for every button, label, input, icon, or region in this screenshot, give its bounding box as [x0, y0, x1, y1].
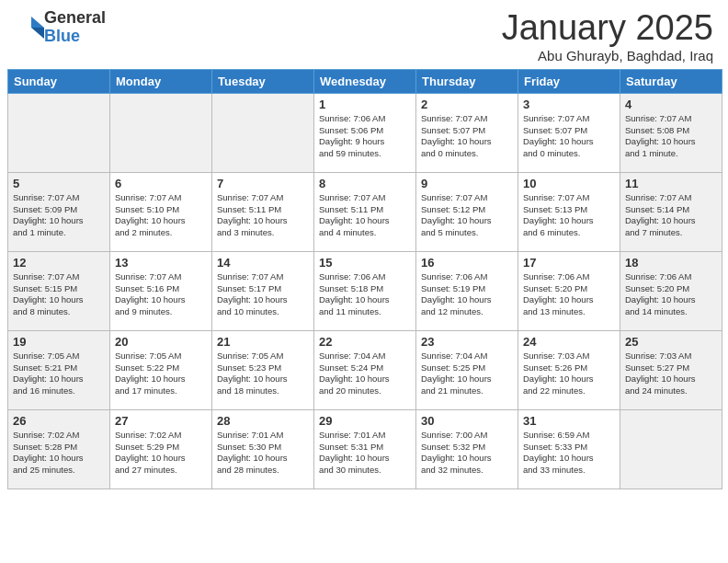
day-number: 17 [523, 256, 615, 270]
day-info: Sunrise: 7:01 AM Sunset: 5:30 PM Dayligh… [217, 430, 309, 477]
day-info: Sunrise: 7:07 AM Sunset: 5:16 PM Dayligh… [115, 271, 207, 318]
day-info: Sunrise: 7:07 AM Sunset: 5:13 PM Dayligh… [523, 192, 615, 239]
page-container: General Blue January 2025 Abu Ghurayb, B… [0, 0, 728, 499]
day-cell: 4Sunrise: 7:07 AM Sunset: 5:08 PM Daylig… [620, 93, 722, 172]
day-info: Sunrise: 6:59 AM Sunset: 5:33 PM Dayligh… [523, 430, 615, 477]
day-cell: 22Sunrise: 7:04 AM Sunset: 5:24 PM Dayli… [314, 330, 416, 409]
day-info: Sunrise: 7:04 AM Sunset: 5:24 PM Dayligh… [319, 350, 411, 397]
logo-blue: Blue [44, 28, 106, 46]
week-row-4: 26Sunrise: 7:02 AM Sunset: 5:28 PM Dayli… [8, 409, 722, 488]
location: Abu Ghurayb, Baghdad, Iraq [502, 48, 713, 63]
day-cell: 8Sunrise: 7:07 AM Sunset: 5:11 PM Daylig… [314, 172, 416, 251]
day-number: 2 [421, 98, 513, 111]
day-cell [110, 93, 212, 172]
header-row: Sunday Monday Tuesday Wednesday Thursday… [8, 69, 722, 93]
day-number: 1 [319, 98, 411, 111]
day-cell: 23Sunrise: 7:04 AM Sunset: 5:25 PM Dayli… [416, 330, 518, 409]
day-number: 22 [319, 335, 411, 349]
day-cell: 9Sunrise: 7:07 AM Sunset: 5:12 PM Daylig… [416, 172, 518, 251]
day-info: Sunrise: 7:05 AM Sunset: 5:22 PM Dayligh… [115, 350, 207, 397]
day-number: 12 [13, 256, 105, 270]
day-cell: 24Sunrise: 7:03 AM Sunset: 5:26 PM Dayli… [518, 330, 620, 409]
title-section: January 2025 Abu Ghurayb, Baghdad, Iraq [502, 9, 713, 63]
day-cell [212, 93, 314, 172]
day-number: 9 [421, 177, 513, 190]
header-thursday: Thursday [416, 69, 518, 93]
header-sunday: Sunday [8, 69, 110, 93]
day-number: 19 [13, 335, 105, 349]
day-cell: 5Sunrise: 7:07 AM Sunset: 5:09 PM Daylig… [8, 172, 110, 251]
day-cell: 12Sunrise: 7:07 AM Sunset: 5:15 PM Dayli… [8, 251, 110, 330]
logo: General Blue [15, 9, 106, 46]
day-cell: 21Sunrise: 7:05 AM Sunset: 5:23 PM Dayli… [212, 330, 314, 409]
day-number: 18 [625, 256, 717, 270]
day-number: 10 [523, 177, 615, 190]
day-info: Sunrise: 7:06 AM Sunset: 5:18 PM Dayligh… [319, 271, 411, 318]
logo-text: General Blue [44, 9, 106, 46]
month-title: January 2025 [502, 9, 713, 48]
day-cell: 3Sunrise: 7:07 AM Sunset: 5:07 PM Daylig… [518, 93, 620, 172]
day-number: 5 [13, 177, 105, 190]
day-info: Sunrise: 7:06 AM Sunset: 5:20 PM Dayligh… [625, 271, 717, 318]
day-cell: 19Sunrise: 7:05 AM Sunset: 5:21 PM Dayli… [8, 330, 110, 409]
day-info: Sunrise: 7:04 AM Sunset: 5:25 PM Dayligh… [421, 350, 513, 397]
day-info: Sunrise: 7:07 AM Sunset: 5:12 PM Dayligh… [421, 192, 513, 239]
day-cell: 2Sunrise: 7:07 AM Sunset: 5:07 PM Daylig… [416, 93, 518, 172]
day-number: 28 [217, 414, 309, 428]
day-cell: 27Sunrise: 7:02 AM Sunset: 5:29 PM Dayli… [110, 409, 212, 488]
svg-marker-0 [31, 17, 44, 28]
day-cell: 7Sunrise: 7:07 AM Sunset: 5:11 PM Daylig… [212, 172, 314, 251]
day-info: Sunrise: 7:07 AM Sunset: 5:11 PM Dayligh… [319, 192, 411, 239]
header: General Blue January 2025 Abu Ghurayb, B… [0, 0, 728, 69]
day-info: Sunrise: 7:07 AM Sunset: 5:15 PM Dayligh… [13, 271, 105, 318]
day-info: Sunrise: 7:01 AM Sunset: 5:31 PM Dayligh… [319, 430, 411, 477]
day-cell: 16Sunrise: 7:06 AM Sunset: 5:19 PM Dayli… [416, 251, 518, 330]
day-info: Sunrise: 7:07 AM Sunset: 5:07 PM Dayligh… [421, 113, 513, 160]
day-cell: 13Sunrise: 7:07 AM Sunset: 5:16 PM Dayli… [110, 251, 212, 330]
day-cell: 31Sunrise: 6:59 AM Sunset: 5:33 PM Dayli… [518, 409, 620, 488]
day-number: 27 [115, 414, 207, 428]
header-monday: Monday [110, 69, 212, 93]
day-number: 30 [421, 414, 513, 428]
header-wednesday: Wednesday [314, 69, 416, 93]
header-friday: Friday [518, 69, 620, 93]
day-info: Sunrise: 7:07 AM Sunset: 5:14 PM Dayligh… [625, 192, 717, 239]
day-info: Sunrise: 7:07 AM Sunset: 5:08 PM Dayligh… [625, 113, 717, 160]
day-number: 3 [523, 98, 615, 111]
calendar-table: Sunday Monday Tuesday Wednesday Thursday… [7, 69, 722, 489]
day-cell: 6Sunrise: 7:07 AM Sunset: 5:10 PM Daylig… [110, 172, 212, 251]
day-number: 4 [625, 98, 717, 111]
header-tuesday: Tuesday [212, 69, 314, 93]
day-info: Sunrise: 7:07 AM Sunset: 5:10 PM Dayligh… [115, 192, 207, 239]
day-cell: 30Sunrise: 7:00 AM Sunset: 5:32 PM Dayli… [416, 409, 518, 488]
day-number: 13 [115, 256, 207, 270]
day-info: Sunrise: 7:06 AM Sunset: 5:19 PM Dayligh… [421, 271, 513, 318]
day-cell [8, 93, 110, 172]
week-row-2: 12Sunrise: 7:07 AM Sunset: 5:15 PM Dayli… [8, 251, 722, 330]
week-row-0: 1Sunrise: 7:06 AM Sunset: 5:06 PM Daylig… [8, 93, 722, 172]
day-info: Sunrise: 7:07 AM Sunset: 5:07 PM Dayligh… [523, 113, 615, 160]
day-info: Sunrise: 7:02 AM Sunset: 5:28 PM Dayligh… [13, 430, 105, 477]
day-number: 14 [217, 256, 309, 270]
week-row-1: 5Sunrise: 7:07 AM Sunset: 5:09 PM Daylig… [8, 172, 722, 251]
day-cell: 28Sunrise: 7:01 AM Sunset: 5:30 PM Dayli… [212, 409, 314, 488]
day-number: 16 [421, 256, 513, 270]
day-cell: 11Sunrise: 7:07 AM Sunset: 5:14 PM Dayli… [620, 172, 722, 251]
day-cell: 14Sunrise: 7:07 AM Sunset: 5:17 PM Dayli… [212, 251, 314, 330]
day-info: Sunrise: 7:03 AM Sunset: 5:26 PM Dayligh… [523, 350, 615, 397]
day-info: Sunrise: 7:02 AM Sunset: 5:29 PM Dayligh… [115, 430, 207, 477]
day-number: 31 [523, 414, 615, 428]
day-number: 25 [625, 335, 717, 349]
day-info: Sunrise: 7:07 AM Sunset: 5:09 PM Dayligh… [13, 192, 105, 239]
header-saturday: Saturday [620, 69, 722, 93]
day-info: Sunrise: 7:07 AM Sunset: 5:11 PM Dayligh… [217, 192, 309, 239]
day-cell: 29Sunrise: 7:01 AM Sunset: 5:31 PM Dayli… [314, 409, 416, 488]
day-number: 23 [421, 335, 513, 349]
day-number: 7 [217, 177, 309, 190]
day-info: Sunrise: 7:00 AM Sunset: 5:32 PM Dayligh… [421, 430, 513, 477]
day-info: Sunrise: 7:06 AM Sunset: 5:06 PM Dayligh… [319, 113, 411, 160]
day-info: Sunrise: 7:05 AM Sunset: 5:23 PM Dayligh… [217, 350, 309, 397]
day-number: 26 [13, 414, 105, 428]
day-number: 15 [319, 256, 411, 270]
day-cell: 10Sunrise: 7:07 AM Sunset: 5:13 PM Dayli… [518, 172, 620, 251]
